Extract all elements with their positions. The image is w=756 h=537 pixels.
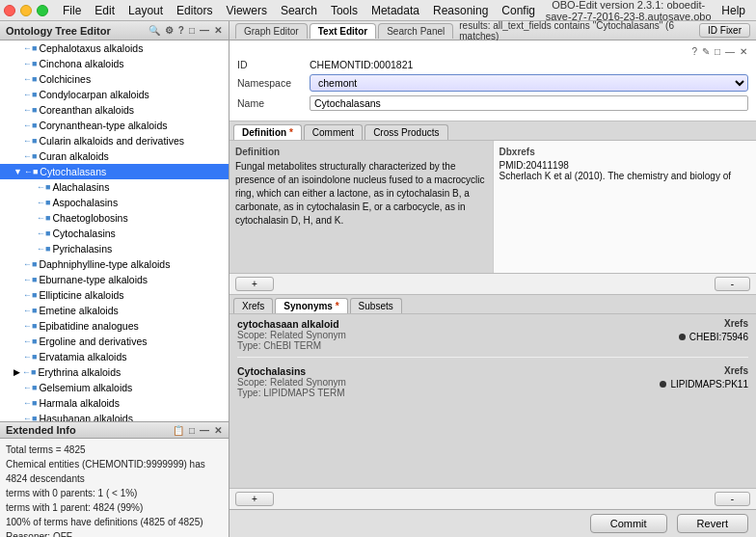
list-item[interactable]: ←■ Pyrichalasins [0, 241, 229, 256]
synonym-type: Type: LIPIDMAPS TERM [237, 388, 594, 398]
list-item[interactable]: ←■ Condylocarpan alkaloids [0, 87, 229, 102]
tab-text-editor[interactable]: Text Editor [310, 23, 376, 39]
menu-config[interactable]: Config [495, 2, 542, 19]
list-item[interactable]: ←■ Curan alkaloids [0, 148, 229, 164]
list-item[interactable]: ←■ Gelsemium alkaloids [0, 380, 229, 395]
question-icon[interactable]: ? [177, 25, 185, 36]
editor-icon2[interactable]: ✎ [701, 46, 711, 57]
minimize-icon[interactable]: — [199, 25, 210, 36]
list-item[interactable]: ←■ Ergoline and derivatives [0, 334, 229, 349]
traffic-lights [4, 5, 48, 16]
ext-line2: Chemical entities (CHEMONTID:9999999) ha… [6, 457, 223, 486]
editor-icon3[interactable]: □ [714, 46, 721, 57]
tab-xrefs[interactable]: Xrefs [233, 298, 273, 313]
tab-comment[interactable]: Comment [304, 124, 363, 140]
xref-header: Xrefs [602, 318, 748, 329]
def-section-label: Definition [235, 147, 487, 157]
list-item[interactable]: ←■ Chaetoglobosins [0, 210, 229, 226]
extended-info-panel: Extended Info 📋 □ — ✕ Total terms = 4825… [0, 421, 229, 537]
bottom-bar: Commit Revert [230, 509, 756, 537]
ext-icon2[interactable]: □ [188, 425, 196, 436]
editor-minimize-icon[interactable]: — [724, 46, 736, 57]
definition-add-button[interactable]: + [235, 277, 274, 291]
tab-search-panel[interactable]: Search Panel [378, 23, 453, 39]
ext-line3: terms with 0 parents: 1 ( < 1%) [6, 486, 223, 500]
revert-button[interactable]: Revert [677, 514, 748, 533]
ext-icon3[interactable]: — [199, 425, 210, 436]
tab-subsets[interactable]: Subsets [350, 298, 402, 313]
synonyms-section: Xrefs Synonyms Subsets cytochasaan alkal… [230, 295, 756, 509]
list-item[interactable]: ←■ Cinchona alkaloids [0, 56, 229, 71]
list-item[interactable]: ←■ Harmala alkaloids [0, 395, 229, 411]
list-item[interactable]: ←■ Hasubanan alkaloids [0, 411, 229, 421]
list-item[interactable]: ←■ Colchicines [0, 71, 229, 87]
ext-icon1[interactable]: 📋 [172, 425, 185, 436]
definition-text: Fungal metabolites structurally characte… [235, 160, 487, 228]
extended-info-header: Extended Info 📋 □ — ✕ [0, 422, 229, 439]
synonyms-add-button[interactable]: + [235, 492, 274, 506]
list-item[interactable]: ←■ Emetine alkaloids [0, 303, 229, 318]
menu-viewers[interactable]: Viewers [219, 2, 273, 19]
menu-file[interactable]: File [56, 2, 88, 19]
definition-area: Definition Comment Cross Products Defini… [230, 121, 756, 295]
name-input[interactable] [310, 95, 748, 111]
tab-cross-products[interactable]: Cross Products [364, 124, 447, 140]
tab-synonyms[interactable]: Synonyms [275, 298, 347, 313]
minimize-button[interactable] [20, 5, 32, 16]
search-icon[interactable]: 🔍 [148, 25, 161, 36]
list-item[interactable]: ←■ Aspochalasins [0, 195, 229, 210]
tree-panel-title: Ontology Tree Editor [6, 25, 111, 37]
list-item-cytochalasans[interactable]: ▼←■ Cytochalasans [0, 164, 229, 179]
results-bar: Graph Editor Text Editor Search Panel re… [230, 21, 756, 40]
list-item[interactable]: ←■ Corynanthean-type alkaloids [0, 118, 229, 133]
list-item[interactable]: ←■ Epibatidine analogues [0, 318, 229, 334]
results-text: results: all_text_fields contains "Cytoc… [459, 20, 693, 41]
maximize-button[interactable] [37, 5, 48, 16]
namespace-label: Namespace [237, 77, 310, 89]
id-fixer-button[interactable]: ID Fixer [699, 23, 750, 38]
list-item[interactable]: ←■ Daphniphylline-type alkaloids [0, 256, 229, 272]
list-item[interactable]: ←■ Cephalotaxus alkaloids [0, 40, 229, 56]
menu-layout[interactable]: Layout [122, 2, 170, 19]
menu-edit[interactable]: Edit [88, 2, 122, 19]
right-panel: Graph Editor Text Editor Search Panel re… [230, 21, 756, 537]
xrefs-tabs: Xrefs Synonyms Subsets [230, 295, 756, 314]
window-icon[interactable]: □ [188, 25, 196, 36]
list-item[interactable]: ←■ Ellipticine alkaloids [0, 287, 229, 303]
gear-icon[interactable]: ⚙ [164, 25, 175, 36]
list-item[interactable]: ←■ Ervatamia alkaloids [0, 349, 229, 364]
close-button[interactable] [4, 5, 15, 16]
menu-metadata[interactable]: Metadata [364, 2, 426, 19]
ontology-tree[interactable]: ←■ Cephalotaxus alkaloids ←■ Cinchona al… [0, 40, 229, 421]
synonym-xref-right: Xrefs LIPIDMAPS:PK11 [594, 365, 748, 398]
list-item[interactable]: ▶←■ Erythrina alkaloids [0, 364, 229, 380]
editor-close-icon[interactable]: ✕ [739, 46, 748, 57]
menu-tools[interactable]: Tools [324, 2, 364, 19]
synonyms-buttons: + - [230, 488, 756, 509]
main-container: Ontology Tree Editor 🔍 ⚙ ? □ — ✕ ←■ Ceph… [0, 21, 756, 537]
list-item[interactable]: ←■ Cytochalasins [0, 226, 229, 241]
list-item[interactable]: ←■ Coreanthan alkaloids [0, 102, 229, 118]
editor-icon1[interactable]: ? [690, 46, 698, 57]
ext-close-icon[interactable]: ✕ [213, 425, 223, 436]
definition-remove-button[interactable]: - [715, 277, 750, 291]
menu-help[interactable]: Help [715, 2, 752, 19]
name-label: Name [237, 97, 310, 109]
namespace-select[interactable]: chemont [310, 74, 748, 92]
synonym-type: Type: ChEBI TERM [237, 340, 594, 351]
list-item[interactable]: ←■ Eburnane-type alkaloids [0, 272, 229, 287]
dbxrefs-text: PMID:20411198 Scherlach K et al (2010). … [500, 160, 751, 181]
close-icon[interactable]: ✕ [213, 25, 223, 36]
tab-graph-editor[interactable]: Graph Editor [235, 23, 308, 39]
synonym-scope: Scope: Related Synonym [237, 377, 594, 388]
menu-reasoning[interactable]: Reasoning [426, 2, 495, 19]
commit-button[interactable]: Commit [590, 514, 667, 533]
menu-search[interactable]: Search [274, 2, 324, 19]
dbxrefs-label: Dbxrefs [500, 147, 751, 157]
list-item[interactable]: ←■ Cularin alkaloids and derivatives [0, 133, 229, 148]
tab-definition[interactable]: Definition [233, 124, 302, 140]
synonyms-remove-button[interactable]: - [715, 492, 750, 506]
list-item[interactable]: ←■ Alachalasins [0, 179, 229, 195]
xref-dot-icon [679, 334, 686, 340]
menu-editors[interactable]: Editors [170, 2, 219, 19]
